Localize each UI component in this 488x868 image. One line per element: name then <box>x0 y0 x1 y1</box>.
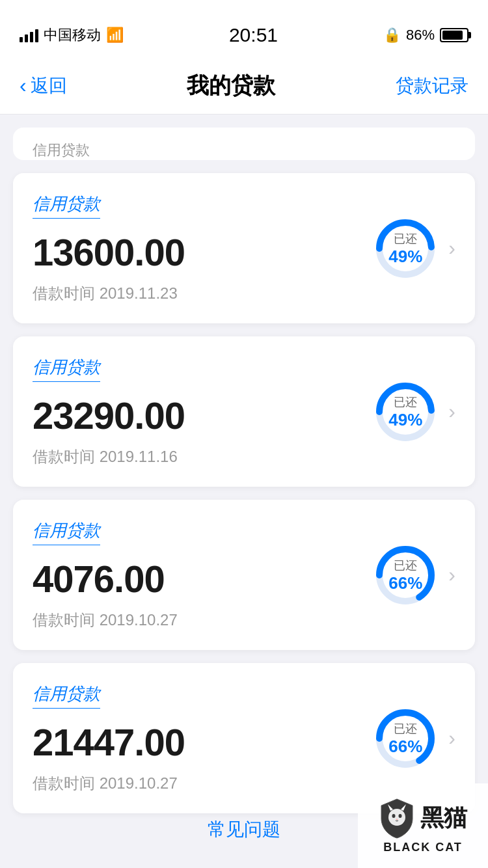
nav-bar: ‹ 返回 我的贷款 贷款记录 <box>0 57 488 115</box>
black-cat-cn-text: 黑猫 <box>420 802 467 834</box>
black-cat-en-text: BLACK CAT <box>383 841 463 854</box>
time-label: 20:51 <box>229 24 278 46</box>
paid-label: 已还 <box>388 230 422 246</box>
paid-percent: 49% <box>388 409 422 429</box>
paid-label: 已还 <box>388 557 422 573</box>
loan-date: 借款时间 2019.11.16 <box>33 446 373 467</box>
loan-card-info: 信用贷款 23290.00 借款时间 2019.11.16 <box>33 356 373 467</box>
svg-point-11 <box>392 814 396 818</box>
loan-card-info: 信用贷款 13600.00 借款时间 2019.11.23 <box>33 193 373 304</box>
loan-date: 借款时间 2019.10.27 <box>33 610 373 631</box>
black-cat-watermark: 黑猫 BLACK CAT <box>358 783 488 868</box>
partial-card-text: 信用贷款 <box>33 142 90 158</box>
loan-type: 信用贷款 <box>33 356 100 382</box>
status-left: 中国移动 📶 <box>20 25 124 45</box>
partial-card: 信用贷款 <box>13 128 475 160</box>
loan-card[interactable]: 信用贷款 13600.00 借款时间 2019.11.23 已还 49% › <box>13 173 475 323</box>
loan-card-info: 信用贷款 4076.00 借款时间 2019.10.27 <box>33 519 373 631</box>
loan-card[interactable]: 信用贷款 4076.00 借款时间 2019.10.27 已还 66% › <box>13 500 475 650</box>
donut-chart: 已还 66% <box>373 706 438 771</box>
back-label: 返回 <box>31 74 67 98</box>
chevron-right-icon: › <box>448 400 455 424</box>
loan-amount: 21447.00 <box>33 720 373 764</box>
chevron-left-icon: ‹ <box>20 74 27 98</box>
svg-point-8 <box>388 809 405 826</box>
loan-card[interactable]: 信用贷款 23290.00 借款时间 2019.11.16 已还 49% › <box>13 336 475 487</box>
loan-records-button[interactable]: 贷款记录 <box>396 74 468 98</box>
paid-percent: 66% <box>388 736 422 756</box>
donut-label: 已还 49% <box>388 230 422 266</box>
loan-card-chart: 已还 66% › <box>373 706 455 771</box>
loan-amount: 23290.00 <box>33 394 373 437</box>
svg-point-12 <box>399 814 402 818</box>
battery-icon <box>440 28 468 42</box>
page-title: 我的贷款 <box>187 71 275 101</box>
battery-percent: 86% <box>406 27 435 44</box>
paid-label: 已还 <box>388 394 422 409</box>
signal-icon <box>20 28 38 42</box>
lock-icon: 🔒 <box>383 27 401 44</box>
donut-label: 已还 66% <box>388 557 422 593</box>
donut-chart: 已还 49% <box>373 379 438 444</box>
carrier-label: 中国移动 <box>44 25 101 45</box>
chevron-right-icon: › <box>448 726 455 750</box>
loan-cards-list: 信用贷款 13600.00 借款时间 2019.11.23 已还 49% › 信… <box>0 173 488 813</box>
chevron-right-icon: › <box>448 236 455 260</box>
loan-card-chart: 已还 66% › <box>373 543 455 608</box>
loan-card-info: 信用贷款 21447.00 借款时间 2019.10.27 <box>33 683 373 794</box>
back-button[interactable]: ‹ 返回 <box>20 74 67 98</box>
loan-type: 信用贷款 <box>33 519 100 545</box>
loan-amount: 13600.00 <box>33 230 373 274</box>
faq-link[interactable]: 常见问题 <box>208 819 280 839</box>
loan-type: 信用贷款 <box>33 683 100 709</box>
scroll-content: 信用贷款 信用贷款 13600.00 借款时间 2019.11.23 已还 49… <box>0 128 488 868</box>
donut-label: 已还 66% <box>388 720 422 756</box>
loan-card-chart: 已还 49% › <box>373 379 455 444</box>
paid-label: 已还 <box>388 720 422 736</box>
status-right: 🔒 86% <box>383 27 468 44</box>
loan-type: 信用贷款 <box>33 193 100 219</box>
donut-chart: 已还 66% <box>373 543 438 608</box>
black-cat-logo: 黑猫 <box>379 798 467 839</box>
loan-amount: 4076.00 <box>33 557 373 601</box>
loan-date: 借款时间 2019.10.27 <box>33 773 373 794</box>
wifi-icon: 📶 <box>106 27 124 44</box>
donut-label: 已还 49% <box>388 394 422 429</box>
chevron-right-icon: › <box>448 563 455 587</box>
status-bar: 中国移动 📶 20:51 🔒 86% <box>0 0 488 57</box>
loan-date: 借款时间 2019.11.23 <box>33 283 373 304</box>
donut-chart: 已还 49% <box>373 216 438 281</box>
paid-percent: 49% <box>388 246 422 266</box>
shield-icon <box>379 798 415 839</box>
loan-card-chart: 已还 49% › <box>373 216 455 281</box>
paid-percent: 66% <box>388 573 422 593</box>
